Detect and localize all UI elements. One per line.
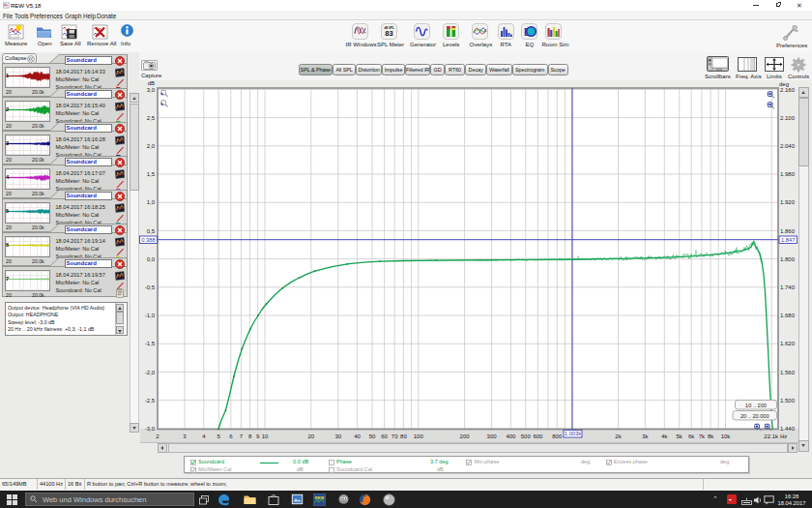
svg-text:-0,5: -0,5 (145, 284, 156, 290)
svg-text:5k: 5k (677, 433, 683, 439)
svg-text:-2,0: -2,0 (145, 370, 156, 375)
svg-text:-3,0: -3,0 (145, 426, 156, 432)
svg-text:60: 60 (381, 433, 388, 439)
svg-text:-1,0: -1,0 (145, 313, 156, 318)
svg-text:-1,5: -1,5 (145, 341, 156, 346)
svg-text:1.560: 1.560 (780, 370, 796, 375)
svg-text:4k: 4k (661, 433, 668, 439)
svg-text:1.680: 1.680 (780, 313, 796, 318)
svg-text:1.500: 1.500 (780, 398, 796, 403)
svg-text:2,0: 2,0 (147, 143, 156, 149)
svg-text:8k: 8k (708, 433, 714, 439)
svg-text:9: 9 (256, 433, 260, 439)
svg-text:1.620: 1.620 (780, 341, 796, 346)
svg-text:10k: 10k (721, 433, 732, 439)
svg-text:3k: 3k (642, 433, 649, 439)
svg-text:6k: 6k (688, 433, 695, 439)
svg-text:20: 20 (307, 433, 314, 439)
svg-text:2: 2 (156, 433, 160, 439)
svg-text:300: 300 (487, 433, 498, 439)
svg-text:10: 10 (262, 433, 269, 439)
svg-text:2.040: 2.040 (780, 143, 796, 149)
svg-text:800: 800 (552, 433, 563, 439)
svg-text:6: 6 (229, 433, 233, 439)
svg-text:8: 8 (248, 433, 252, 439)
svg-text:0,0: 0,0 (147, 256, 156, 262)
svg-text:30: 30 (334, 433, 341, 439)
svg-text:200: 200 (460, 433, 471, 439)
svg-text:2,5: 2,5 (147, 115, 156, 121)
svg-text:0.388: 0.388 (141, 237, 156, 243)
svg-text:dB: dB (148, 80, 155, 86)
svg-text:1.800: 1.800 (780, 256, 796, 262)
svg-text:1,0: 1,0 (147, 199, 156, 205)
svg-text:7: 7 (240, 433, 244, 439)
svg-text:2k: 2k (615, 433, 622, 439)
svg-text:1.440: 1.440 (780, 426, 796, 432)
svg-text:70: 70 (392, 433, 398, 439)
svg-text:500: 500 (521, 433, 532, 439)
svg-text:1,5: 1,5 (147, 171, 156, 177)
svg-text:1.003k: 1.003k (565, 431, 582, 436)
svg-text:22.1k: 22.1k (764, 433, 779, 439)
svg-text:2.160: 2.160 (780, 87, 796, 93)
svg-text:100: 100 (414, 433, 424, 439)
svg-text:4: 4 (202, 433, 206, 439)
svg-text:0,5: 0,5 (147, 228, 156, 234)
svg-text:3: 3 (183, 433, 187, 439)
svg-text:80: 80 (400, 433, 407, 439)
svg-text:1.740: 1.740 (780, 284, 796, 290)
svg-text:1.920: 1.920 (780, 199, 796, 205)
svg-text:REW: REW (315, 494, 325, 499)
svg-text:20 .. 20.000: 20 .. 20.000 (740, 413, 769, 419)
svg-text:10 .. 200: 10 .. 200 (745, 403, 767, 408)
svg-text:600: 600 (533, 433, 543, 439)
svg-text:50: 50 (369, 433, 376, 439)
svg-text:400: 400 (506, 433, 516, 439)
svg-text:40: 40 (354, 433, 361, 439)
svg-text:1.980: 1.980 (780, 171, 796, 177)
svg-text:1.847: 1.847 (781, 237, 796, 243)
svg-text:Hz: Hz (780, 433, 787, 439)
svg-text:-2,5: -2,5 (145, 398, 156, 403)
svg-text:3,0: 3,0 (147, 87, 156, 93)
svg-text:2.100: 2.100 (780, 115, 796, 121)
svg-text:5: 5 (218, 433, 221, 439)
svg-text:1.860: 1.860 (780, 228, 796, 234)
svg-text:7k: 7k (699, 433, 706, 439)
